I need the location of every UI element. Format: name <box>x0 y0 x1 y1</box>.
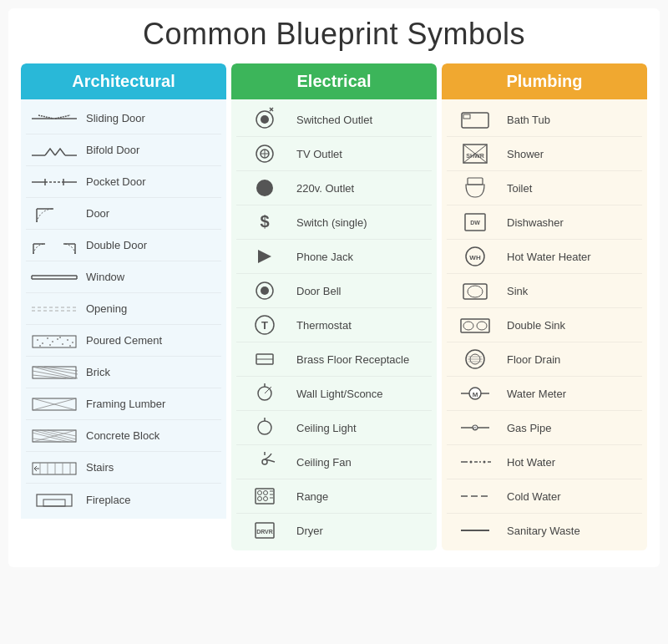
list-item: Cold Water <box>447 479 642 514</box>
switch-single-icon: $ <box>238 209 291 236</box>
list-item: Brick <box>26 357 221 388</box>
brick-label: Brick <box>81 366 220 378</box>
hot-water-label: Hot Water <box>502 456 640 469</box>
svg-point-85 <box>258 491 262 495</box>
svg-point-106 <box>468 286 483 297</box>
svg-point-23 <box>37 339 38 341</box>
column-body-plumbing: Bath Tub SHWR Shower <box>442 99 647 550</box>
bath-tub-icon <box>448 106 502 133</box>
svg-point-32 <box>49 344 51 346</box>
gas-pipe-label: Gas Pipe <box>502 422 640 434</box>
phone-jack-label: Phone Jack <box>291 251 430 263</box>
list-item: Poured Cement <box>26 325 221 357</box>
svg-point-31 <box>39 345 41 347</box>
page-title: Common Blueprint Symbols <box>21 17 647 52</box>
list-item: Bath Tub <box>447 103 642 137</box>
svg-rect-94 <box>462 113 488 128</box>
door-label: Door <box>81 207 220 220</box>
dryer-icon: DRVR <box>238 517 291 544</box>
dishwasher-icon: DW <box>448 209 502 236</box>
dishwasher-label: Dishwasher <box>502 216 640 229</box>
svg-text:DRVR: DRVR <box>256 529 273 535</box>
column-architectural: Architectural Sliding Door <box>21 63 226 550</box>
sliding-door-icon <box>28 107 81 130</box>
svg-text:WH: WH <box>469 254 481 261</box>
svg-point-108 <box>463 322 473 330</box>
220v-outlet-icon <box>238 175 291 201</box>
tv-outlet-label: TV Outlet <box>291 148 430 160</box>
sanitary-waste-label: Sanitary Waste <box>502 525 640 537</box>
opening-label: Opening <box>81 302 220 315</box>
svg-rect-100 <box>468 178 483 185</box>
svg-point-27 <box>57 338 58 340</box>
column-electrical: Electrical Switched Outlet <box>231 63 437 550</box>
list-item: Floor Drain <box>447 342 642 377</box>
poured-cement-icon <box>28 329 81 352</box>
water-meter-label: Water Meter <box>502 388 640 400</box>
svg-point-25 <box>47 337 48 339</box>
column-body-architectural: Sliding Door Bifold Door <box>21 99 226 519</box>
svg-rect-59 <box>43 499 65 506</box>
svg-point-72 <box>261 287 269 295</box>
opening-icon <box>28 297 81 321</box>
brass-floor-receptacle-icon <box>238 346 291 373</box>
column-plumbing: Plumbing Bath Tub <box>442 63 647 550</box>
cold-water-pipe-icon <box>448 483 502 510</box>
svg-text:$: $ <box>260 212 269 231</box>
toilet-icon <box>448 175 502 201</box>
pocket-door-label: Pocket Door <box>81 175 220 188</box>
svg-point-30 <box>72 342 73 343</box>
fireplace-icon <box>28 488 81 511</box>
list-item: DW Dishwasher <box>447 205 642 240</box>
thermostat-icon: T <box>238 312 291 338</box>
sink-icon <box>448 277 502 304</box>
phone-jack-icon <box>238 243 291 270</box>
sliding-door-label: Sliding Door <box>81 112 220 124</box>
list-item: SHWR Shower <box>447 137 642 171</box>
gas-pipe-icon: G <box>448 414 502 441</box>
dryer-label: Dryer <box>291 525 430 537</box>
floor-drain-label: Floor Drain <box>502 353 640 366</box>
list-item: TV Outlet <box>236 137 432 171</box>
svg-point-24 <box>42 342 43 344</box>
door-bell-icon <box>238 277 291 304</box>
list-item: Phone Jack <box>236 240 432 274</box>
bath-tub-label: Bath Tub <box>502 114 640 126</box>
svg-text:SHWR: SHWR <box>466 153 483 159</box>
window-label: Window <box>81 271 220 283</box>
list-item: Brass Floor Receptacle <box>236 342 432 377</box>
double-door-label: Double Door <box>81 239 220 251</box>
columns-wrapper: Architectural Sliding Door <box>21 63 647 550</box>
list-item: Wall Light/Sconce <box>236 377 432 411</box>
list-item: Door <box>26 198 221 230</box>
window-icon <box>28 266 81 289</box>
svg-text:G: G <box>473 426 477 431</box>
svg-marker-70 <box>258 250 271 263</box>
cold-water-label: Cold Water <box>502 490 640 503</box>
list-item: Sanitary Waste <box>447 514 642 547</box>
svg-text:M: M <box>473 391 478 398</box>
concrete-block-label: Concrete Block <box>81 429 220 442</box>
concrete-block-icon <box>28 424 81 448</box>
page-container: Common Blueprint Symbols Architectural S… <box>8 8 660 567</box>
svg-line-39 <box>33 375 66 378</box>
list-item: Double Door <box>26 230 221 261</box>
svg-text:T: T <box>261 319 268 332</box>
wall-light-sconce-label: Wall Light/Sconce <box>291 388 430 400</box>
svg-point-28 <box>62 343 63 345</box>
list-item: Fireplace <box>26 484 221 515</box>
ceiling-light-icon <box>238 414 291 441</box>
svg-point-80 <box>258 421 271 434</box>
list-item: $ Switch (single) <box>236 205 432 240</box>
list-item: Toilet <box>447 171 642 205</box>
sanitary-waste-icon <box>448 517 502 544</box>
list-item: Opening <box>26 293 221 325</box>
list-item: Pocket Door <box>26 166 221 198</box>
sink-label: Sink <box>502 285 640 297</box>
bifold-door-label: Bifold Door <box>81 144 220 156</box>
svg-line-36 <box>33 367 78 378</box>
list-item: G Gas Pipe <box>447 411 642 445</box>
list-item: Framing Lumber <box>26 388 221 420</box>
double-sink-label: Double Sink <box>502 319 640 332</box>
svg-point-87 <box>258 497 262 501</box>
